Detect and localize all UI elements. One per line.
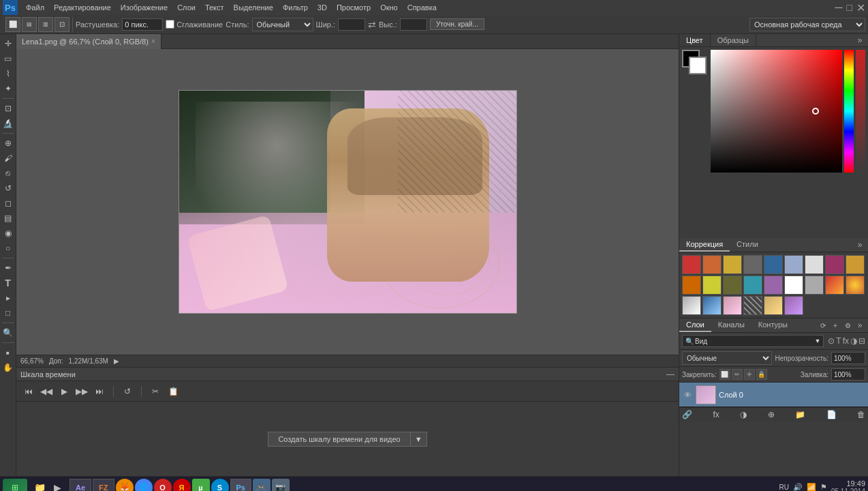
style-gradient-7[interactable] xyxy=(784,296,803,315)
taskbar-game[interactable]: 🎮 xyxy=(253,479,270,492)
timeline-loop-button[interactable]: ↺ xyxy=(121,385,134,398)
style-swatch-6[interactable] xyxy=(805,255,824,274)
crop-tool[interactable]: ⊡ xyxy=(1,102,15,115)
paths-tab[interactable]: Контуры xyxy=(751,318,794,332)
menu-help[interactable]: Справка xyxy=(403,2,441,13)
style-gradient-5[interactable] xyxy=(743,296,762,315)
lock-image-btn[interactable]: ✏ xyxy=(732,369,743,380)
blur-tool[interactable]: ◉ xyxy=(1,226,15,240)
tab-close-button[interactable]: × xyxy=(151,38,155,45)
style-swatch-7[interactable] xyxy=(825,255,844,274)
menu-3d[interactable]: 3D xyxy=(313,2,331,13)
layers-panel-collapse[interactable]: » xyxy=(854,321,865,330)
taskbar-utorrent[interactable]: µ xyxy=(192,479,210,492)
layer-link-button[interactable]: 🔗 xyxy=(682,410,692,419)
lock-transparent-btn[interactable]: ⬜ xyxy=(719,369,730,380)
zoom-tool[interactable]: 🔍 xyxy=(1,326,15,340)
layer-folder-button[interactable]: 📁 xyxy=(795,410,805,419)
timeline-cut-button[interactable]: ✂ xyxy=(149,385,162,398)
height-input[interactable] xyxy=(400,18,427,31)
alpha-slider[interactable] xyxy=(856,50,865,173)
layers-type-icon[interactable]: T xyxy=(836,336,841,346)
timeline-copy-button[interactable]: 📋 xyxy=(166,385,180,398)
layer-item[interactable]: 👁 Слой 0 xyxy=(679,383,868,407)
style-swatch-1[interactable] xyxy=(702,255,722,274)
layers-filter-arrow[interactable]: ▼ xyxy=(814,338,820,344)
text-tool[interactable]: T xyxy=(1,276,15,290)
channels-tab[interactable]: Каналы xyxy=(711,318,751,332)
background-color[interactable] xyxy=(689,57,707,74)
layers-filter-toggle[interactable]: ⊙ xyxy=(828,336,835,346)
eraser-tool[interactable]: ◻ xyxy=(1,196,15,210)
color-tab[interactable]: Цвет xyxy=(679,34,711,46)
hue-slider[interactable] xyxy=(844,50,854,173)
magic-wand-tool[interactable]: ✦ xyxy=(1,82,15,95)
layers-refresh-icon[interactable]: ⟳ xyxy=(818,322,828,329)
timeline-back-button[interactable]: ◀◀ xyxy=(40,385,53,398)
foreground-color-swatch[interactable]: ■ xyxy=(1,346,15,359)
taskbar-photoshop[interactable]: Ps xyxy=(230,479,251,492)
width-input[interactable] xyxy=(338,18,365,31)
marquee-tool[interactable]: ▭ xyxy=(1,52,15,65)
healing-brush-tool[interactable]: ⊕ xyxy=(1,136,15,150)
hand-tool[interactable]: ✋ xyxy=(1,361,15,374)
menu-edit[interactable]: Редактирование xyxy=(50,2,115,13)
taskbar-aftereffects[interactable]: Ae xyxy=(69,479,91,492)
network-icon[interactable]: 📶 xyxy=(807,483,816,491)
action-center-icon[interactable]: ⚑ xyxy=(820,483,827,491)
styles-tab[interactable]: Стили xyxy=(730,238,765,252)
canvas-viewport[interactable] xyxy=(16,49,679,355)
swap-icon[interactable]: ⇄ xyxy=(368,19,376,30)
blend-mode-select[interactable]: Обычные xyxy=(682,351,772,365)
style-swatch-12[interactable] xyxy=(743,276,762,295)
layer-adjustment-button[interactable]: ⊕ xyxy=(768,410,775,419)
color-gradient-picker[interactable] xyxy=(711,50,842,173)
taskbar-firefox[interactable]: 🦊 xyxy=(116,479,134,492)
lock-position-btn[interactable]: ✛ xyxy=(744,369,755,380)
style-gradient-6[interactable] xyxy=(764,296,783,315)
menu-image[interactable]: Изображение xyxy=(117,2,172,13)
layer-delete-button[interactable]: 🗑 xyxy=(857,410,865,419)
style-swatch-2[interactable] xyxy=(723,255,742,274)
timeline-collapse-button[interactable]: — xyxy=(666,370,675,379)
style-swatch-8[interactable] xyxy=(846,255,865,274)
style-swatch-5[interactable] xyxy=(784,255,803,274)
brush-tool[interactable]: 🖌 xyxy=(1,151,15,165)
taskbar-yandex[interactable]: Я xyxy=(173,479,191,492)
style-gradient-2[interactable] xyxy=(682,296,701,315)
style-gradient-3[interactable] xyxy=(702,296,722,315)
layers-search-box[interactable]: 🔍 Вид ▼ xyxy=(682,335,824,347)
corrections-panel-collapse[interactable]: » xyxy=(854,240,865,250)
style-gradient-0[interactable] xyxy=(825,276,844,295)
status-arrow[interactable]: ▶ xyxy=(114,357,119,365)
history-brush-tool[interactable]: ↺ xyxy=(1,181,15,195)
dodge-tool[interactable]: ○ xyxy=(1,241,15,255)
taskbar-media-icon[interactable]: ▶ xyxy=(49,479,65,492)
single-col-btn[interactable]: ▥ xyxy=(38,17,53,32)
timeline-rewind-button[interactable]: ⏮ xyxy=(22,385,35,398)
start-button[interactable]: ⊞ xyxy=(3,479,27,492)
color-panel-collapse[interactable]: » xyxy=(854,35,865,45)
maximize-button[interactable]: □ xyxy=(847,2,852,13)
menu-file[interactable]: Файл xyxy=(22,2,48,13)
layers-add-icon[interactable]: + xyxy=(830,322,841,329)
swatches-tab[interactable]: Образцы xyxy=(711,34,756,46)
style-swatch-14[interactable] xyxy=(784,276,803,295)
layers-settings-icon[interactable]: ⚙ xyxy=(842,322,853,329)
menu-window[interactable]: Окно xyxy=(376,2,402,13)
layer-fx-button[interactable]: fx xyxy=(713,410,719,419)
gradient-tool[interactable]: ▤ xyxy=(1,211,15,225)
taskbar-explorer-icon[interactable]: 📁 xyxy=(31,479,48,492)
workspace-select[interactable]: Основная рабочая среда xyxy=(749,18,865,31)
timeline-forward-button[interactable]: ▶▶ xyxy=(75,385,89,398)
taskbar-skype[interactable]: S xyxy=(211,479,229,492)
color-picker-handle[interactable] xyxy=(812,108,819,115)
layer-new-button[interactable]: 📄 xyxy=(826,410,837,419)
menu-layers[interactable]: Слои xyxy=(173,2,200,13)
rectangular-marquee-btn[interactable]: ⬜ xyxy=(5,17,20,32)
taskbar-opera[interactable]: O xyxy=(154,479,172,492)
layers-adj-icon[interactable]: ◑ xyxy=(850,336,857,346)
lasso-tool[interactable]: ⌇ xyxy=(1,67,15,80)
style-swatch-10[interactable] xyxy=(702,276,722,295)
style-select[interactable]: Обычный xyxy=(252,18,313,31)
